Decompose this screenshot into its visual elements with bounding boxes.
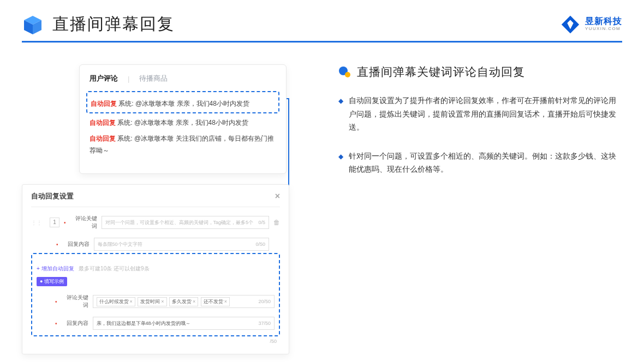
required-dot: • [64, 220, 66, 226]
auto-reply-label: 自动回复 [90, 119, 116, 126]
row-number: 1 [50, 218, 59, 227]
ex-kw-count: 20/50 [258, 299, 271, 304]
brand-text: 昱新科技 YUUXIN.COM [585, 17, 622, 31]
keyword-row: ⋮⋮ 1 • 评论关键词 对同一个问题，可设置多个相近、高频的关键词，Tag确定… [31, 215, 280, 230]
comment-row-2: 自动回复 系统: @冰墩墩本墩 亲亲，我们48小时内发货 [90, 117, 276, 129]
brand: 昱新科技 YUUXIN.COM [560, 14, 622, 35]
bullet-2-text: 针对同一个问题，可设置多个相近的、高频的关键词。例如：这款多少钱、这块能优惠吗、… [349, 149, 622, 176]
brand-logo-icon [560, 14, 581, 35]
content-row: • 回复内容 每条限50个中文字符 0/50 [31, 238, 280, 251]
ex-keyword-input[interactable]: 什么时候发货× 发货时间× 多久发货× 还不发货× 20/50 [93, 295, 275, 308]
add-hint: 最多可建10条 还可以创建9条 [79, 266, 149, 272]
keyword-placeholder: 对同一个问题，可设置多个相近、高频的关键词，Tag确定，最多5个 [105, 219, 254, 226]
settings-card: 自动回复设置 × ⋮⋮ 1 • 评论关键词 对同一个问题，可设置多个相近、高频的… [22, 184, 289, 354]
highlighted-comment-row: 自动回复 系统: @冰墩墩本墩 亲亲，我们48小时内发货 [86, 91, 279, 113]
ex-tags: 什么时候发货× 发货时间× 多久发货× 还不发货× [97, 297, 231, 306]
auto-reply-label: 自动回复 [91, 100, 117, 107]
diamond-icon: ◆ [338, 151, 343, 176]
svg-point-6 [345, 72, 350, 77]
ex-ct-count: 37/50 [258, 321, 271, 326]
example-dashed-box: + 增加自动回复 最多可建10条 还可以创建9条 ● 填写示例 • 评论关键词 … [31, 253, 280, 336]
ex-content-label: 回复内容 [62, 319, 88, 327]
add-auto-reply-link[interactable]: + 增加自动回复 [37, 265, 74, 273]
required-dot: • [56, 242, 58, 248]
extra-count: /50 [31, 336, 280, 344]
tab-separator: | [128, 75, 129, 83]
section-title: 直播间弹幕关键词评论自动回复 [357, 64, 525, 80]
cube-icon [22, 14, 44, 35]
settings-title-bar: 自动回复设置 × [31, 191, 280, 207]
ex-content-text: 亲，我们这边都是下单48小时内发货的哦～ [97, 320, 190, 327]
content-count: 0/50 [255, 242, 265, 247]
system-label: 系统: [117, 119, 132, 126]
content-input[interactable]: 每条限50个中文字符 0/50 [94, 238, 269, 251]
system-label: 系统: [117, 135, 132, 142]
tab-user-comments[interactable]: 用户评论 [90, 74, 118, 83]
content-placeholder: 每条限50个中文字符 [98, 241, 142, 248]
ex-keyword-label: 评论关键词 [62, 294, 88, 309]
comments-card: 用户评论 | 待播商品 自动回复 系统: @冰墩墩本墩 亲亲，我们48小时内发货… [79, 64, 287, 174]
trash-icon[interactable]: 🗑 [273, 219, 280, 226]
page-header: 直播间弹幕回复 昱新科技 YUUXIN.COM [0, 0, 644, 41]
tab-pending-goods[interactable]: 待播商品 [139, 74, 168, 83]
brand-cn: 昱新科技 [585, 17, 622, 26]
page-title: 直播间弹幕回复 [52, 13, 175, 35]
bullet-1-text: 自动回复设置为了提升作者的评论回复效率，作者可在开播前针对常见的评论用户问题，提… [349, 94, 622, 134]
keyword-input[interactable]: 对同一个问题，可设置多个相近、高频的关键词，Tag确定，最多5个 0/5 [102, 216, 269, 229]
required-dot: • [55, 299, 57, 305]
tag-4[interactable]: 还不发货× [201, 297, 230, 306]
keyword-label: 评论关键词 [71, 215, 97, 230]
comment-row-3: 自动回复 系统: @冰墩墩本墩 关注我们的店铺，每日都有热门推荐呦～ [90, 132, 276, 158]
close-icon[interactable]: × [275, 191, 280, 201]
settings-title: 自动回复设置 [31, 191, 74, 201]
content: 用户评论 | 待播商品 自动回复 系统: @冰墩墩本墩 亲亲，我们48小时内发货… [0, 43, 644, 191]
comment-row-1: 自动回复 系统: @冰墩墩本墩 亲亲，我们48小时内发货 [91, 98, 275, 110]
example-badge: ● 填写示例 [37, 277, 67, 286]
section-heading: 直播间弹幕关键词评论自动回复 [338, 64, 622, 80]
bullet-2: ◆ 针对同一个问题，可设置多个相近的、高频的关键词。例如：这款多少钱、这块能优惠… [338, 149, 622, 176]
right-column: 直播间弹幕关键词评论自动回复 ◆ 自动回复设置为了提升作者的评论回复效率，作者可… [311, 64, 622, 191]
example-keyword-row: • 评论关键词 什么时候发货× 发货时间× 多久发货× 还不发货× 20/50 [37, 294, 275, 309]
example-content-row: • 回复内容 亲，我们这边都是下单48小时内发货的哦～ 37/50 [37, 317, 275, 330]
comment-text: @冰墩墩本墩 亲亲，我们48小时内发货 [134, 119, 248, 126]
left-column: 用户评论 | 待播商品 自动回复 系统: @冰墩墩本墩 亲亲，我们48小时内发货… [22, 64, 289, 191]
tag-1[interactable]: 什么时候发货× [97, 297, 135, 306]
comments-tabs: 用户评论 | 待播商品 [90, 74, 276, 83]
ex-content-input[interactable]: 亲，我们这边都是下单48小时内发货的哦～ 37/50 [93, 317, 275, 330]
tag-2[interactable]: 发货时间× [138, 297, 166, 306]
content-label: 回复内容 [63, 240, 90, 248]
header-left: 直播间弹幕回复 [22, 13, 175, 35]
drag-icon[interactable]: ⋮⋮ [31, 220, 42, 226]
diamond-icon: ◆ [338, 95, 343, 134]
system-label: 系统: [118, 100, 133, 107]
bullet-1: ◆ 自动回复设置为了提升作者的评论回复效率，作者可在开播前针对常见的评论用户问题… [338, 94, 622, 134]
chat-bubble-icon [338, 65, 351, 79]
auto-reply-label: 自动回复 [90, 135, 116, 142]
comment-text: @冰墩墩本墩 亲亲，我们48小时内发货 [135, 100, 249, 107]
required-dot: • [55, 321, 57, 327]
brand-en: YUUXIN.COM [585, 27, 622, 31]
tag-3[interactable]: 多久发货× [169, 297, 198, 306]
keyword-count: 0/5 [258, 220, 265, 225]
